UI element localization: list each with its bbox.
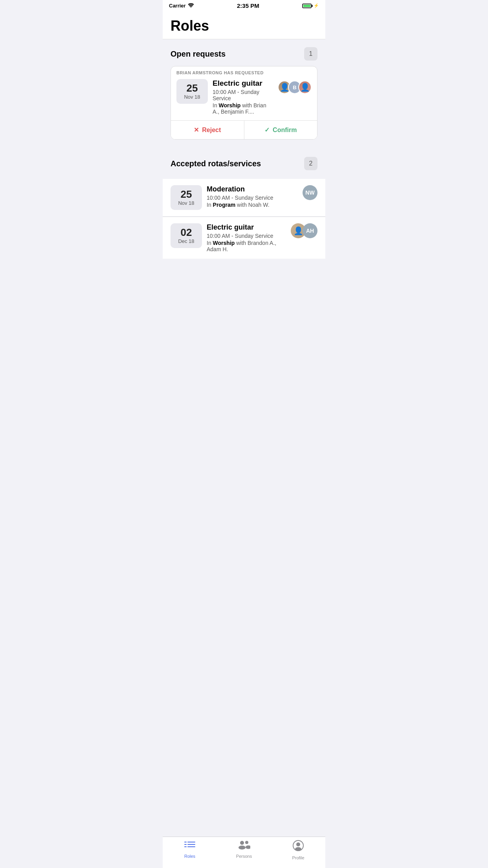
reject-icon: ✕ (194, 126, 199, 134)
empty-space (163, 259, 325, 306)
charging-icon: ⚡ (314, 3, 319, 8)
wifi-icon (188, 3, 194, 9)
avatar-female: 👤 (298, 81, 312, 94)
service-avatars-2: 👤 AH (291, 223, 317, 238)
request-event-location: In Worship with Brian A., Benjamin F.... (213, 102, 273, 115)
service-date-box-2: 02 Dec 18 (171, 223, 202, 248)
service-loc-prefix-2: In (207, 240, 211, 246)
service-loc-bold-2: Worship (213, 240, 235, 246)
request-date-box: 25 Nov 18 (176, 79, 208, 104)
battery-icon (302, 4, 312, 8)
reject-button[interactable]: ✕ Reject (171, 121, 244, 139)
status-time: 2:35 PM (237, 2, 259, 9)
accepted-services-header: Accepted rotas/services 2 (171, 157, 317, 170)
reject-label: Reject (202, 127, 221, 134)
open-requests-badge: 1 (304, 47, 317, 61)
service-location-1: In Program with Noah W. (207, 202, 298, 208)
service-item-moderation[interactable]: 25 Nov 18 Moderation 10:00 AM - Sunday S… (163, 179, 325, 217)
open-requests-title: Open requests (171, 50, 226, 59)
confirm-button[interactable]: ✓ Confirm (244, 121, 317, 139)
request-day: 25 (182, 83, 202, 93)
location-prefix: In (213, 102, 217, 108)
service-date-box-1: 25 Nov 18 (171, 185, 202, 210)
request-event-title: Electric guitar (213, 79, 273, 88)
carrier-info: Carrier (169, 3, 194, 9)
service-details-1: Moderation 10:00 AM - Sunday Service In … (207, 185, 298, 208)
request-card: BRIAN ARMSTRONG HAS REQUESTED 25 Nov 18 … (171, 66, 317, 140)
svg-point-0 (190, 7, 191, 7)
accepted-services-badge: 2 (304, 157, 317, 170)
service-month-year-2: Dec 18 (176, 238, 196, 244)
page-title: Roles (171, 18, 317, 34)
service-location-2: In Worship with Brandon A., Adam H. (207, 240, 286, 252)
requester-label: BRIAN ARMSTRONG HAS REQUESTED (171, 66, 317, 77)
request-avatars: 👤 B 👤 (278, 81, 312, 94)
request-event-details: Electric guitar 10:00 AM - Sunday Servic… (213, 79, 273, 115)
service-title-1: Moderation (207, 185, 298, 193)
carrier-label: Carrier (169, 3, 186, 9)
page-title-section: Roles (163, 11, 325, 39)
request-event-time: 10:00 AM - Sunday Service (213, 89, 273, 101)
request-card-body: 25 Nov 18 Electric guitar 10:00 AM - Sun… (171, 77, 317, 120)
service-month-year-1: Nov 18 (176, 200, 196, 206)
status-bar: Carrier 2:35 PM ⚡ (163, 0, 325, 11)
confirm-label: Confirm (273, 127, 297, 134)
action-buttons: ✕ Reject ✓ Confirm (171, 120, 317, 139)
service-list: 25 Nov 18 Moderation 10:00 AM - Sunday S… (163, 179, 325, 259)
service-loc-prefix-1: In (207, 202, 211, 208)
accepted-services-title: Accepted rotas/services (171, 159, 261, 168)
accepted-services-section: Accepted rotas/services 2 (163, 149, 325, 179)
open-requests-header: Open requests 1 (171, 47, 317, 61)
avatar-adam: AH (303, 223, 317, 238)
service-loc-with-1: with Noah W. (237, 202, 269, 208)
battery-area: ⚡ (302, 3, 319, 8)
service-loc-bold-1: Program (213, 202, 236, 208)
open-requests-section: Open requests 1 BRIAN ARMSTRONG HAS REQU… (163, 39, 325, 149)
service-details-2: Electric guitar 10:00 AM - Sunday Servic… (207, 223, 286, 252)
service-day-1: 25 (176, 189, 196, 199)
avatar-nw: NW (303, 185, 317, 200)
service-avatars-1: NW (303, 185, 317, 200)
service-item-guitar[interactable]: 02 Dec 18 Electric guitar 10:00 AM - Sun… (163, 217, 325, 259)
service-time-1: 10:00 AM - Sunday Service (207, 195, 298, 201)
service-title-2: Electric guitar (207, 223, 286, 232)
service-time-2: 10:00 AM - Sunday Service (207, 233, 286, 239)
request-month-year: Nov 18 (182, 94, 202, 100)
service-day-2: 02 (176, 227, 196, 237)
confirm-icon: ✓ (264, 126, 270, 134)
location-bold: Worship (219, 102, 241, 108)
